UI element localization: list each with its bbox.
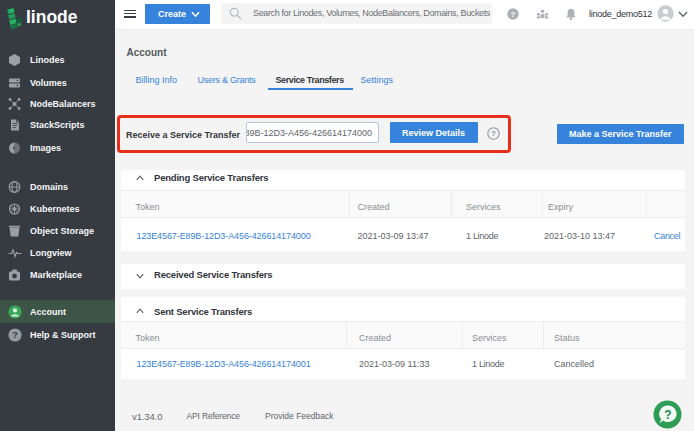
svg-text:?: ? <box>12 330 18 340</box>
svg-text:?: ? <box>511 10 516 19</box>
svg-text:?: ? <box>664 408 671 422</box>
